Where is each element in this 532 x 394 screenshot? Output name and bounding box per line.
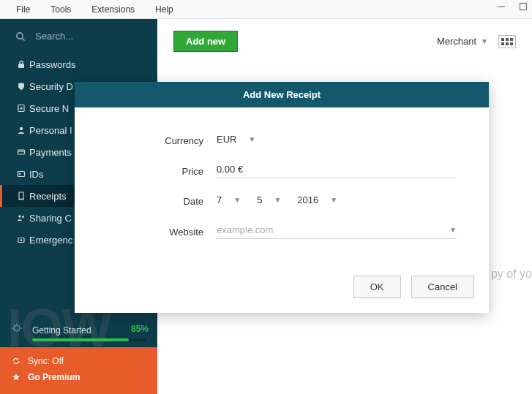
website-placeholder: example.com [217,224,273,235]
sidebar-item-label: Personal I [29,125,72,136]
currency-select[interactable]: EUR ▼ [217,134,255,145]
menubar: File Tools Extensions Help [0,0,532,19]
search-icon [13,31,28,42]
grid-view-icon[interactable] [498,35,516,48]
medkit-icon [13,235,29,244]
price-input[interactable]: 0.00 € [217,164,457,178]
sort-label: Merchant [437,36,476,47]
chevron-down-icon: ▼ [233,196,241,204]
add-new-button[interactable]: Add new [173,31,238,52]
shield-icon [13,82,29,91]
date-month-select[interactable]: 5▼ [257,194,281,205]
getting-started-percent: 85% [131,324,149,334]
svg-point-2 [17,32,23,38]
ok-button[interactable]: OK [353,276,401,298]
menu-file[interactable]: File [6,1,40,18]
card-icon [13,148,29,156]
website-input[interactable]: example.com ▼ [217,224,457,239]
price-value: 0.00 € [217,164,243,175]
svg-point-12 [18,215,21,218]
svg-rect-6 [20,107,23,110]
currency-value: EUR [217,134,236,145]
progress-bar [32,338,146,341]
truncated-text: py of yo [491,268,532,281]
date-year-value: 2016 [297,194,318,205]
svg-point-11 [19,173,20,175]
svg-point-13 [22,216,24,218]
id-icon [13,170,29,178]
add-receipt-modal: Add New Receipt Currency EUR ▼ Price 0.0… [75,82,489,313]
go-premium-label: Go Premium [28,372,80,382]
people-icon [13,213,29,222]
premium-panel: Sync: Off Go Premium [0,347,157,394]
menu-help[interactable]: Help [145,1,184,18]
sidebar-item-label: Payments [29,147,72,158]
search-box[interactable]: Search... [0,19,157,53]
sidebar-item-label: Security D [29,81,73,92]
sidebar-item-label: Sharing C [29,213,72,224]
chevron-down-icon: ▼ [330,196,337,204]
website-label: Website [107,227,217,238]
sync-row[interactable]: Sync: Off [12,353,146,369]
chevron-down-icon: ▼ [248,135,255,143]
sidebar-item-label: IDs [29,169,44,180]
cancel-button[interactable]: Cancel [411,276,474,298]
date-year-select[interactable]: 2016▼ [297,194,337,205]
svg-rect-4 [18,64,24,68]
date-day-value: 7 [217,194,222,205]
sync-icon [12,357,28,365]
go-premium-row[interactable]: Go Premium [12,369,146,385]
window-minimize-icon[interactable] [497,2,506,11]
window-maximize-icon[interactable] [519,2,528,11]
menu-tools[interactable]: Tools [40,1,81,18]
currency-label: Currency [107,135,217,146]
chevron-down-icon: ▼ [481,37,488,45]
lock-icon [13,60,29,69]
sidebar-item-label: Emergenc [29,235,72,246]
chevron-down-icon: ▼ [274,196,281,204]
person-icon [13,126,29,135]
getting-started-label: Getting Started [32,325,91,336]
svg-point-7 [20,127,23,130]
svg-line-21 [13,325,14,325]
sidebar-item-label: Secure N [29,103,69,114]
svg-point-17 [14,325,20,331]
svg-line-22 [20,325,20,325]
search-placeholder: Search... [35,31,73,42]
sidebar-item-label: Passwords [29,59,76,70]
getting-started[interactable]: Getting Started 85% [0,318,157,347]
note-lock-icon [13,104,29,113]
sidebar-item-label: Receipts [29,191,67,202]
sort-dropdown[interactable]: Merchant ▼ [437,36,488,47]
modal-title: Add New Receipt [75,82,489,107]
date-day-select[interactable]: 7▼ [217,194,241,205]
svg-rect-8 [18,150,25,154]
date-month-value: 5 [257,194,262,205]
chevron-down-icon: ▼ [449,226,457,234]
svg-rect-1 [520,4,527,10]
sidebar-item-passwords[interactable]: Passwords [0,53,157,75]
svg-line-3 [22,38,24,40]
receipt-icon [13,192,29,200]
star-icon [12,373,28,382]
menu-extensions[interactable]: Extensions [81,1,145,18]
sync-label: Sync: Off [28,356,64,366]
price-label: Price [107,166,217,177]
date-label: Date [107,196,217,207]
bulb-icon [10,322,23,336]
